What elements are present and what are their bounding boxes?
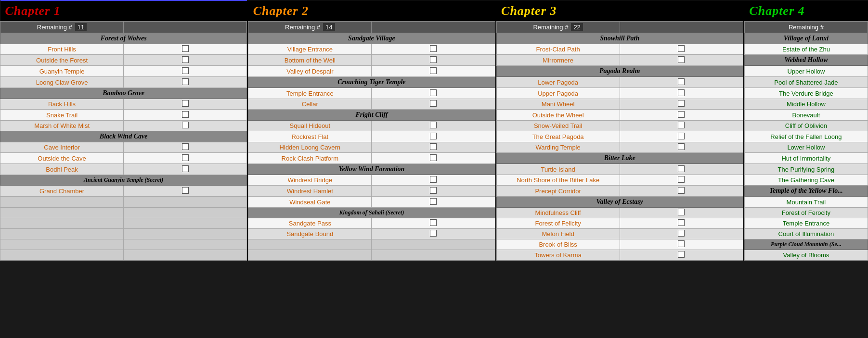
checkbox-cell (620, 55, 743, 66)
checkbox[interactable] (182, 78, 189, 85)
checkbox-cell (620, 99, 743, 110)
chapter-2-header: Chapter 2 (248, 0, 495, 22)
area-header-cell: Pagoda Realm (496, 66, 743, 77)
checkbox[interactable] (678, 143, 685, 150)
checkbox[interactable] (678, 111, 685, 118)
checkbox-cell (124, 77, 247, 88)
table-row: Grand ChamberWindrest HamletPrecept Corr… (0, 186, 868, 197)
checkbox[interactable] (182, 45, 189, 52)
checkbox[interactable] (430, 176, 437, 183)
checkbox[interactable] (678, 100, 685, 107)
checkbox[interactable] (678, 187, 685, 194)
remaining-text: Remaining # (37, 24, 72, 31)
empty-cell (248, 239, 372, 250)
remaining-label-1: Remaining #11 (0, 22, 124, 33)
checkbox[interactable] (182, 56, 189, 63)
checkbox[interactable] (678, 230, 685, 237)
checkbox[interactable] (430, 154, 437, 161)
location-name-cell: Bodhi Peak (0, 164, 124, 175)
checkbox[interactable] (430, 143, 437, 150)
checkbox-cell (620, 218, 743, 229)
remaining-check-cell (372, 22, 495, 33)
chapter-3-header: Chapter 3 (496, 0, 743, 22)
location-name-cell: Outside the Wheel (496, 110, 620, 121)
location-name-cell: Mindfulness Cliff (496, 208, 620, 218)
remaining-text: Remaining # (285, 24, 320, 31)
checkbox-cell (124, 44, 247, 55)
location-name-cell: The Verdure Bridge (744, 88, 868, 99)
checkbox[interactable] (182, 143, 189, 150)
checkbox[interactable] (678, 165, 685, 172)
checkbox[interactable] (430, 56, 437, 63)
table-row: Black Wind CaveRockrest FlatThe Great Pa… (0, 131, 868, 142)
checkbox[interactable] (678, 78, 685, 85)
checkbox[interactable] (430, 100, 437, 107)
checkbox[interactable] (430, 230, 437, 237)
checkbox-cell (124, 121, 247, 131)
checkbox[interactable] (430, 198, 437, 205)
checkbox[interactable] (182, 154, 189, 161)
location-name-cell: The Gathering Cave (744, 175, 868, 186)
location-name-cell: Court of Illumination (744, 229, 868, 239)
empty-cell (372, 239, 495, 250)
checkbox[interactable] (430, 219, 437, 226)
location-name-cell: Loong Claw Grove (0, 77, 124, 88)
checkbox[interactable] (430, 133, 437, 139)
checkbox-cell (620, 131, 743, 142)
checkbox-cell (620, 142, 743, 153)
remaining-text: Remaining # (789, 24, 824, 31)
location-name-cell: Windrest Hamlet (248, 186, 372, 197)
checkbox[interactable] (678, 251, 685, 258)
area-header-cell: Webbed Hollow (744, 55, 868, 66)
checkbox[interactable] (678, 45, 685, 52)
location-name-cell: Outside the Cave (0, 153, 124, 164)
checkbox[interactable] (430, 122, 437, 128)
empty-cell (0, 218, 124, 229)
checkbox[interactable] (678, 89, 685, 96)
chapter-1-header: Chapter 1 (0, 0, 247, 22)
location-name-cell: Outside the Forest (0, 55, 124, 66)
location-name-cell: The Great Pagoda (496, 131, 620, 142)
chapter-header-row: Chapter 1Chapter 2Chapter 3Chapter 4 (0, 0, 868, 22)
location-name-cell: Lower Pagoda (496, 77, 620, 88)
checkbox[interactable] (678, 133, 685, 139)
location-name-cell: Mirrormere (496, 55, 620, 66)
checkbox[interactable] (182, 187, 189, 194)
location-name-cell: Marsh of White Mist (0, 121, 124, 131)
area-header-cell: Black Wind Cave (0, 131, 247, 142)
checkbox[interactable] (678, 56, 685, 63)
checkbox[interactable] (678, 209, 685, 215)
table-row: Outside the ForestBottom of the WellMirr… (0, 55, 868, 66)
checkbox-cell (372, 55, 495, 66)
checkbox[interactable] (430, 89, 437, 96)
area-header-cell: Bitter Lake (496, 153, 743, 164)
checkbox-cell (620, 208, 743, 218)
location-name-cell: Bonevault (744, 110, 868, 121)
checkbox[interactable] (430, 187, 437, 194)
location-name-cell: Valley of Despair (248, 66, 372, 77)
empty-cell (124, 208, 247, 218)
checkbox[interactable] (182, 111, 189, 118)
chapter-3-title: Chapter 3 (501, 4, 557, 18)
remaining-label-3: Remaining #22 (496, 22, 620, 33)
checkbox[interactable] (182, 100, 189, 107)
checkbox[interactable] (678, 122, 685, 128)
chapter-4-title: Chapter 4 (749, 4, 804, 18)
table-row: Bodhi PeakYellow Wind FormationTurtle Is… (0, 164, 868, 175)
checkbox-cell (124, 55, 247, 66)
checkbox[interactable] (430, 67, 437, 74)
checkbox[interactable] (678, 219, 685, 226)
checkbox[interactable] (182, 67, 189, 74)
table-row: Cave InteriorHidden Loong CavernWarding … (0, 142, 868, 153)
checkbox[interactable] (182, 122, 189, 128)
checkbox[interactable] (430, 45, 437, 52)
checkbox[interactable] (678, 240, 685, 247)
checkbox-cell (620, 186, 743, 197)
remaining-check-cell (124, 22, 247, 33)
location-name-cell: Cellar (248, 99, 372, 110)
checkbox[interactable] (678, 176, 685, 183)
empty-cell (0, 197, 124, 208)
area-header-cell: Forest of Wolves (0, 33, 247, 44)
checkbox[interactable] (182, 165, 189, 172)
empty-cell (124, 250, 247, 261)
